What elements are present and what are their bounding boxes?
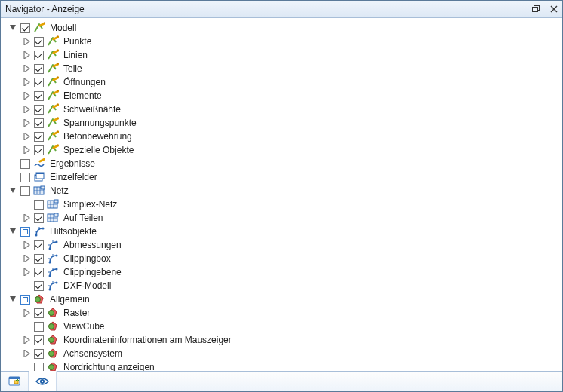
bottom-tab-bar	[1, 371, 562, 391]
checkbox[interactable]	[20, 227, 30, 237]
tree-item-label: Ergebnisse	[48, 157, 97, 170]
tree-row[interactable]: Punkte	[1, 35, 562, 48]
checkbox[interactable]	[20, 23, 30, 33]
chevron-right-icon[interactable]	[22, 268, 31, 277]
tree-row[interactable]: Modell	[1, 21, 562, 35]
checkbox[interactable]	[34, 145, 44, 155]
checkbox[interactable]	[34, 363, 44, 372]
navigator-window: Navigator - Anzeige ModellPunkteLinienTe…	[0, 0, 563, 392]
general-icon	[47, 361, 59, 371]
chevron-right-icon[interactable]	[22, 105, 31, 114]
tree-item-label: Teile	[62, 62, 84, 75]
checkbox[interactable]	[20, 186, 30, 196]
chevron-right-icon[interactable]	[22, 145, 31, 155]
tree-row[interactable]: Clippingbox	[1, 252, 562, 265]
chevron-right-icon[interactable]	[22, 308, 31, 317]
checkbox[interactable]	[34, 105, 44, 115]
chevron-right-icon[interactable]	[22, 254, 31, 263]
chevron-right-icon[interactable]	[22, 335, 31, 345]
checkbox[interactable]	[34, 78, 44, 87]
tab-display[interactable]	[29, 371, 57, 391]
chevron-down-icon[interactable]	[8, 295, 17, 304]
chevron-down-icon[interactable]	[8, 227, 17, 236]
checkbox[interactable]	[34, 254, 44, 264]
tree-row[interactable]: Einzelfelder	[1, 170, 562, 184]
tree-row[interactable]: Clippingebene	[1, 265, 562, 279]
tree-row[interactable]: Auf Teilen	[1, 211, 562, 225]
checkbox[interactable]	[34, 349, 44, 359]
checkbox[interactable]	[34, 64, 44, 74]
checkbox[interactable]	[34, 200, 44, 210]
tree-row[interactable]: Elemente	[1, 89, 562, 103]
tree-item-label: DXF-Modell	[62, 279, 112, 292]
tree-row[interactable]: ViewCube	[1, 320, 562, 333]
chevron-right-icon[interactable]	[22, 91, 31, 100]
tree-row[interactable]: Linien	[1, 48, 562, 62]
chevron-down-icon[interactable]	[8, 186, 17, 195]
tree-row[interactable]: Abmessungen	[1, 238, 562, 252]
tree-row[interactable]: Koordinateninformationen am Mauszeiger	[1, 333, 562, 347]
tree-item-label: Simplex-Netz	[62, 198, 118, 211]
tree-row[interactable]: DXF-Modell	[1, 279, 562, 292]
checkbox[interactable]	[34, 268, 44, 277]
results-icon	[33, 158, 45, 170]
general-icon	[33, 293, 45, 305]
tree-item-label: Auf Teilen	[62, 211, 104, 225]
model-icon	[33, 22, 45, 34]
checkbox[interactable]	[34, 322, 44, 332]
chevron-down-icon[interactable]	[8, 23, 17, 32]
aux-icon	[47, 266, 59, 278]
checkbox[interactable]	[34, 213, 44, 223]
tree-item-label: Öffnungen	[62, 75, 107, 89]
chevron-right-icon[interactable]	[22, 213, 31, 222]
chevron-right-icon[interactable]	[22, 349, 31, 358]
checkbox[interactable]	[34, 51, 44, 60]
chevron-right-icon[interactable]	[22, 132, 31, 141]
tree-row[interactable]: Teile	[1, 62, 562, 75]
tree-row[interactable]: Achsensystem	[1, 347, 562, 360]
checkbox[interactable]	[34, 308, 44, 318]
checkbox[interactable]	[34, 91, 44, 101]
chevron-right-icon[interactable]	[22, 64, 31, 73]
chevron-right-icon[interactable]	[22, 51, 31, 60]
tree-item-label: Elemente	[62, 89, 103, 103]
mesh-icon	[33, 185, 45, 197]
tree-row[interactable]: Hilfsobjekte	[1, 225, 562, 238]
tree-row[interactable]: Öffnungen	[1, 75, 562, 89]
checkbox[interactable]	[34, 335, 44, 345]
tree-item-label: Punkte	[62, 35, 93, 48]
tree-row[interactable]: Raster	[1, 306, 562, 320]
tree-row[interactable]: Schweißnähte	[1, 103, 562, 116]
tree-item-label: Einzelfelder	[48, 170, 99, 184]
tree-row[interactable]: Simplex-Netz	[1, 198, 562, 211]
model-icon	[47, 35, 59, 47]
restore-icon[interactable]	[531, 4, 541, 14]
checkbox[interactable]	[20, 295, 30, 305]
tree-row[interactable]: Netz	[1, 184, 562, 198]
checkbox[interactable]	[20, 159, 30, 169]
chevron-right-icon[interactable]	[22, 118, 31, 127]
checkbox[interactable]	[34, 118, 44, 128]
chevron-right-icon[interactable]	[22, 37, 31, 46]
checkbox[interactable]	[34, 240, 44, 250]
checkbox[interactable]	[34, 281, 44, 291]
checkbox[interactable]	[34, 132, 44, 142]
chevron-right-icon[interactable]	[22, 78, 31, 87]
tree-row[interactable]: Nordrichtung anzeigen	[1, 360, 562, 371]
aux-icon	[33, 225, 45, 237]
model-icon	[47, 130, 59, 142]
checkbox[interactable]	[20, 173, 30, 182]
svg-rect-4	[14, 381, 18, 384]
checkbox[interactable]	[34, 37, 44, 47]
tree-row[interactable]: Allgemein	[1, 292, 562, 306]
close-icon[interactable]	[549, 4, 559, 14]
tree-row[interactable]: Ergebnisse	[1, 157, 562, 170]
chevron-right-icon[interactable]	[22, 240, 31, 250]
tab-navigator[interactable]	[1, 372, 29, 391]
svg-rect-1	[532, 8, 537, 12]
tree-item-label: Raster	[62, 306, 91, 320]
tree-row[interactable]: Betonbewehrung	[1, 130, 562, 143]
tree-row[interactable]: Spannungspunkte	[1, 116, 562, 130]
tree-view[interactable]: ModellPunkteLinienTeileÖffnungenElemente…	[1, 18, 562, 371]
tree-row[interactable]: Spezielle Objekte	[1, 143, 562, 157]
